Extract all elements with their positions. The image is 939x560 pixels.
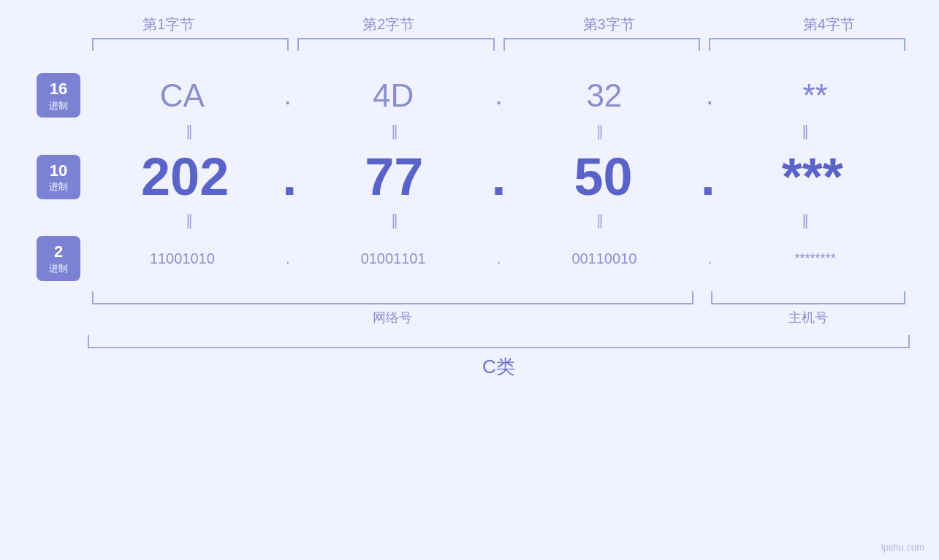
- hex-byte3: 32: [510, 77, 699, 114]
- eq2-b1: ‖: [88, 211, 293, 229]
- dec-dot3: .: [701, 147, 715, 207]
- eq1-b4: ‖: [704, 122, 910, 139]
- bin-dot1: .: [277, 250, 299, 267]
- host-bracket-wrap: 主机号: [707, 291, 910, 326]
- dec-byte1: 202: [88, 147, 282, 207]
- watermark: ipshu.com: [881, 542, 924, 553]
- top-bracket-2: [297, 38, 494, 51]
- dec-byte3: 50: [506, 147, 701, 207]
- equals-row-2: ‖ ‖ ‖ ‖: [88, 207, 910, 233]
- eq1-b1: ‖: [88, 122, 293, 139]
- class-label: C类: [482, 354, 515, 380]
- dec-row: 10 进制 202 . 77 . 50 . ***: [29, 147, 910, 207]
- bin-values-row: 11001010 . 01001101 . 00110010 . *******…: [88, 250, 910, 267]
- bin-byte3: 00110010: [510, 250, 699, 267]
- dec-label: 10 进制: [29, 155, 88, 199]
- byte4-header: 第4字节: [719, 15, 939, 34]
- dec-byte2: 77: [297, 147, 491, 207]
- hex-label: 16 进制: [29, 73, 88, 118]
- eq2-b2: ‖: [293, 211, 498, 229]
- hex-row: 16 进制 CA . 4D . 32 . **: [29, 73, 910, 118]
- network-label: 网络号: [373, 309, 412, 326]
- hex-byte4: **: [721, 77, 910, 114]
- class-bracket: [88, 335, 910, 348]
- top-bracket-row: [88, 38, 910, 51]
- top-bracket-4: [709, 38, 905, 51]
- class-row: C类: [88, 335, 910, 380]
- dec-badge: 10 进制: [37, 155, 80, 199]
- bin-dot3: .: [699, 250, 721, 267]
- hex-dot1: .: [277, 80, 299, 111]
- host-bracket: [711, 291, 905, 304]
- dec-byte4: ***: [715, 147, 910, 207]
- annotation-bracket-area: 网络号 主机号: [88, 291, 910, 326]
- byte3-header: 第3字节: [499, 15, 719, 34]
- eq1-b3: ‖: [499, 122, 704, 139]
- dec-values-row: 202 . 77 . 50 . ***: [88, 147, 910, 207]
- hex-dot3: .: [699, 80, 721, 111]
- hex-dot2: .: [488, 80, 510, 111]
- dec-dot2: .: [491, 147, 506, 207]
- header-row: 第1字节 第2字节 第3字节 第4字节: [58, 15, 939, 34]
- bin-badge: 2 进制: [37, 236, 80, 280]
- bin-byte4: ********: [721, 251, 910, 266]
- byte1-header: 第1字节: [58, 15, 278, 34]
- bin-byte2: 01001101: [299, 250, 488, 267]
- eq2-b3: ‖: [499, 211, 704, 229]
- host-label: 主机号: [788, 309, 828, 326]
- hex-byte2: 4D: [299, 77, 488, 114]
- bin-label: 2 进制: [29, 236, 88, 280]
- equals-row-1: ‖ ‖ ‖ ‖: [88, 118, 910, 144]
- eq1-b2: ‖: [293, 122, 498, 139]
- bin-byte1: 11001010: [88, 250, 277, 267]
- hex-byte1: CA: [88, 77, 277, 114]
- network-bracket: [92, 291, 693, 304]
- top-bracket-1: [92, 38, 289, 51]
- eq2-b4: ‖: [704, 211, 910, 229]
- byte2-header: 第2字节: [278, 15, 498, 34]
- hex-values-row: CA . 4D . 32 . **: [88, 77, 910, 114]
- network-bracket-wrap: 网络号: [88, 291, 698, 326]
- dec-dot1: .: [282, 147, 297, 207]
- top-bracket-3: [503, 38, 700, 51]
- hex-badge: 16 进制: [37, 73, 80, 118]
- bin-row: 2 进制 11001010 . 01001101 . 00110010 . **…: [29, 236, 910, 280]
- bin-dot2: .: [488, 250, 510, 267]
- main-container: 第1字节 第2字节 第3字节 第4字节 16 进制 CA . 4D .: [0, 0, 939, 560]
